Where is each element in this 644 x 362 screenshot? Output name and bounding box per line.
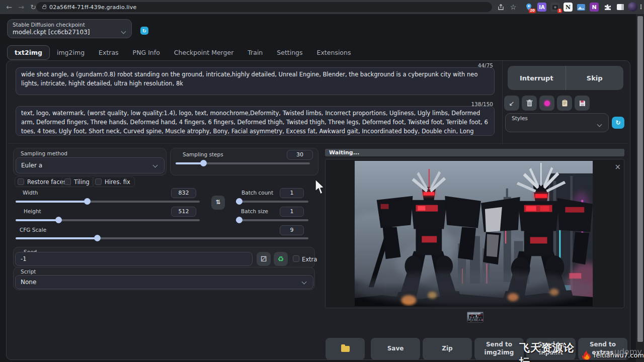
cfg-scale-label: CFG Scale: [20, 227, 46, 233]
sampling-method-block: Sampling method Euler a: [13, 148, 167, 175]
swap-dimensions-button[interactable]: ⇅: [211, 196, 225, 210]
checkbox-icon: [18, 178, 24, 185]
tab-txt2img[interactable]: txt2img: [7, 45, 50, 60]
bookmark-star-icon[interactable]: ☆: [509, 3, 518, 12]
tab-png-info[interactable]: PNG Info: [126, 46, 167, 59]
script-select[interactable]: None: [15, 275, 313, 289]
width-slider[interactable]: [16, 201, 200, 203]
interrupt-button[interactable]: Interrupt: [508, 66, 566, 90]
checkpoint-refresh-button[interactable]: ↻: [140, 27, 148, 35]
cfg-scale-input[interactable]: 9: [280, 225, 304, 235]
flame-icon: [581, 349, 593, 360]
styles-refresh-button[interactable]: ↻: [612, 117, 624, 129]
chevron-down-icon: [302, 280, 307, 285]
sidebar-extension-icon[interactable]: [616, 3, 625, 12]
clipboard-icon[interactable]: [557, 96, 572, 111]
scrollbar-thumb[interactable]: [637, 16, 643, 342]
onenote-extension-icon[interactable]: N: [590, 3, 599, 12]
extensions-puzzle-icon[interactable]: [603, 3, 612, 12]
styles-dropdown[interactable]: Styles: [505, 113, 609, 132]
cfg-scale-slider[interactable]: [16, 237, 308, 239]
checkpoint-value: model.ckpt [cc6cb27103]: [13, 29, 90, 36]
sampling-steps-input[interactable]: 30: [287, 150, 313, 160]
extra-seed-label: Extra: [302, 256, 317, 263]
dice-icon[interactable]: ⚂: [257, 252, 271, 266]
generated-image[interactable]: [354, 161, 593, 306]
checkpoint-dropdown[interactable]: Stable Diffusion checkpoint model.ckpt […: [7, 19, 132, 38]
checkpoint-label: Stable Diffusion checkpoint: [13, 22, 85, 28]
zip-button[interactable]: Zip: [423, 338, 472, 360]
sampling-steps-block: Sampling steps 30: [170, 148, 318, 175]
open-folder-button[interactable]: [326, 338, 365, 360]
batch-size-label: Batch size: [241, 208, 268, 214]
mouse-cursor: [315, 179, 326, 195]
wallpaper-extension-icon[interactable]: [577, 3, 586, 12]
height-input[interactable]: 512: [171, 207, 196, 217]
checkbox-icon: [64, 178, 71, 185]
gallery-thumbnail[interactable]: [467, 311, 484, 323]
width-input[interactable]: 832: [171, 188, 196, 198]
tiling-checkbox[interactable]: Tiling: [61, 176, 94, 187]
pin-extension-icon[interactable]: 20: [524, 3, 533, 12]
send-to-img2img-button[interactable]: Send to img2img: [474, 338, 524, 360]
hires-fix-checkbox[interactable]: Hires. fix: [92, 176, 135, 187]
recycle-icon[interactable]: ♻: [274, 252, 288, 266]
tab-train[interactable]: Train: [240, 46, 270, 59]
styles-label: Styles: [512, 115, 528, 121]
seed-input[interactable]: [15, 252, 253, 266]
batch-count-input[interactable]: 1: [280, 188, 304, 198]
close-icon[interactable]: ×: [614, 163, 621, 171]
height-slider[interactable]: [16, 219, 200, 221]
browser-menu-icon[interactable]: ⋮: [639, 3, 643, 12]
notion-extension-icon[interactable]: N: [564, 3, 573, 12]
divider: [502, 61, 503, 144]
sampling-steps-slider[interactable]: [176, 162, 310, 164]
back-icon[interactable]: ←: [4, 2, 14, 13]
page-scrollbar[interactable]: [636, 14, 644, 362]
folder-icon: [341, 346, 350, 352]
tab-extras[interactable]: Extras: [92, 46, 126, 59]
screenshot-extension-icon[interactable]: 1: [550, 3, 559, 12]
ia-extension-icon[interactable]: IA: [537, 3, 546, 12]
tab-bar: txt2img img2img Extras PNG Info Checkpoi…: [7, 45, 358, 59]
width-label: Width: [23, 190, 38, 196]
checkbox-icon: [95, 178, 102, 185]
sampling-steps-label: Sampling steps: [183, 151, 223, 157]
extra-seed-checkbox[interactable]: [293, 255, 299, 262]
save-style-icon[interactable]: [575, 96, 590, 111]
browser-toolbar: ← → ↻ 02a56ff4-71ff-439e.gradio.live ☆ 2…: [0, 0, 644, 14]
tab-settings[interactable]: Settings: [270, 46, 309, 59]
forward-icon[interactable]: →: [16, 2, 26, 13]
sampling-method-label: Sampling method: [21, 150, 67, 156]
profile-avatar[interactable]: [628, 2, 637, 12]
chevron-down-icon: [121, 29, 126, 34]
script-value: None: [21, 279, 36, 286]
tab-checkpoint-merger[interactable]: Checkpoint Merger: [167, 46, 240, 59]
arrow-paste-icon[interactable]: ↙: [504, 96, 519, 111]
restore-faces-label: Restore faces: [27, 178, 66, 186]
height-label: Height: [24, 208, 41, 214]
save-button[interactable]: Save: [371, 338, 420, 360]
hires-fix-label: Hires. fix: [105, 178, 130, 186]
palette-icon[interactable]: [539, 96, 554, 111]
output-gallery: ×: [325, 159, 624, 308]
watermark-brand-text: udemy: [614, 347, 642, 356]
share-icon[interactable]: [496, 3, 505, 12]
batch-size-input[interactable]: 1: [280, 207, 304, 217]
progress-bar: Waiting...: [325, 149, 624, 156]
divider: [9, 143, 628, 144]
negative-prompt-textarea[interactable]: text, logo, watermark, (worst quality, l…: [16, 106, 495, 136]
skip-button[interactable]: Skip: [566, 66, 624, 90]
tab-extensions[interactable]: Extensions: [310, 46, 358, 59]
address-bar[interactable]: 02a56ff4-71ff-439e.gradio.live: [36, 2, 492, 12]
script-label: Script: [21, 268, 36, 275]
batch-count-slider[interactable]: [236, 201, 308, 203]
trash-icon[interactable]: [522, 96, 537, 111]
chevron-down-icon: [153, 163, 158, 168]
tab-img2img[interactable]: img2img: [50, 46, 92, 59]
run-button-group: Interrupt Skip: [508, 66, 623, 90]
batch-count-label: Batch count: [242, 190, 273, 196]
sampling-method-select[interactable]: Euler a: [16, 157, 165, 173]
prompt-textarea[interactable]: wide shot angle, a (gundam:0.8) robot st…: [16, 67, 495, 95]
batch-size-slider[interactable]: [236, 219, 308, 221]
